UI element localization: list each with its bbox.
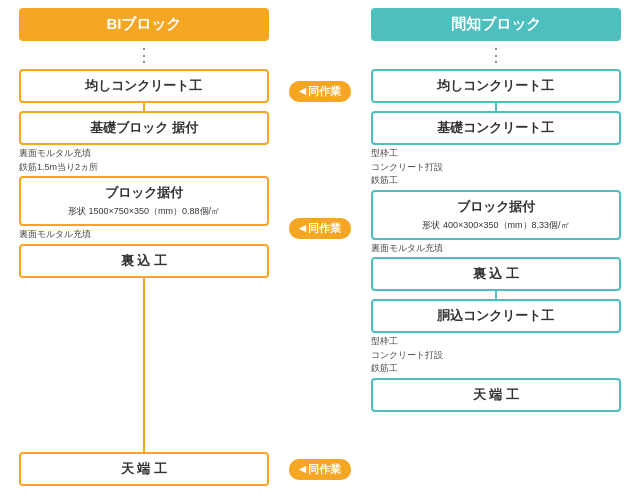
badge-label-2: 同作業 bbox=[308, 221, 341, 236]
left-note-1: 裏面モルタル充填鉄筋1.5m当り2ヵ所 bbox=[19, 145, 269, 176]
mid-badge-row-3: 同作業 bbox=[289, 452, 351, 486]
right-dots: ⋮ bbox=[487, 41, 506, 69]
right-box-urakomi: 裏 込 工 bbox=[371, 257, 621, 291]
right-box-dokomi: 胴込コンクリート工 bbox=[371, 299, 621, 333]
right-note-1: 型枠工コンクリート打設鉄筋工 bbox=[371, 145, 621, 190]
badge-same-work-1: 同作業 bbox=[289, 81, 351, 102]
badge-same-work-3: 同作業 bbox=[289, 459, 351, 480]
left-box-tento: 天 端 工 bbox=[19, 452, 269, 486]
left-header: BIブロック bbox=[19, 8, 269, 41]
mid-badge-row-2: 同作業 bbox=[289, 211, 351, 245]
left-note-2: 裏面モルタル充填 bbox=[19, 226, 269, 244]
right-note-3: 型枠工コンクリート打設鉄筋工 bbox=[371, 333, 621, 378]
left-box-block-suep: ブロック据付 形状 1500×750×350（mm）0.88個/㎡ bbox=[19, 176, 269, 226]
badge-label-1: 同作業 bbox=[308, 84, 341, 99]
left-box-narawashi: 均しコンクリート工 bbox=[19, 69, 269, 103]
left-vline-1 bbox=[143, 103, 145, 111]
left-vline-2 bbox=[143, 278, 145, 453]
middle-column: 同作業 同作業 同作業 bbox=[280, 8, 360, 496]
left-box-urakomi: 裏 込 工 bbox=[19, 244, 269, 278]
right-header: 間知ブロック bbox=[371, 8, 621, 41]
right-box-narawashi: 均しコンクリート工 bbox=[371, 69, 621, 103]
right-vline-1 bbox=[495, 103, 497, 111]
badge-same-work-2: 同作業 bbox=[289, 218, 351, 239]
page-container: BIブロック ⋮ 均しコンクリート工 基礎ブロック 据付 裏面モルタル充填鉄筋1… bbox=[0, 0, 640, 504]
right-note-2: 裏面モルタル充填 bbox=[371, 240, 621, 258]
right-column: 間知ブロック ⋮ 均しコンクリート工 基礎コンクリート工 型枠工コンクリート打設… bbox=[360, 8, 632, 496]
left-box-kiso: 基礎ブロック 据付 bbox=[19, 111, 269, 145]
left-column: BIブロック ⋮ 均しコンクリート工 基礎ブロック 据付 裏面モルタル充填鉄筋1… bbox=[8, 8, 280, 496]
right-vline-2 bbox=[495, 291, 497, 299]
badge-label-3: 同作業 bbox=[308, 462, 341, 477]
right-box-block-suep: ブロック据付 形状 400×300×350（mm）8.33個/㎡ bbox=[371, 190, 621, 240]
left-dots: ⋮ bbox=[135, 41, 154, 69]
mid-badge-row-1: 同作業 bbox=[289, 74, 351, 108]
right-box-tento: 天 端 工 bbox=[371, 378, 621, 412]
right-box-kiso: 基礎コンクリート工 bbox=[371, 111, 621, 145]
